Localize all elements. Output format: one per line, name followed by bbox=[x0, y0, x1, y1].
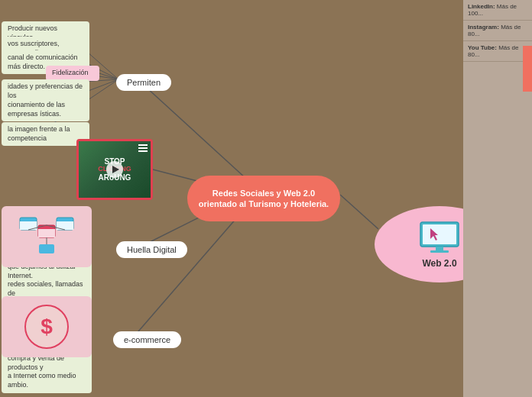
svg-rect-15 bbox=[436, 247, 443, 250]
central-node[interactable]: Redes Sociales y Web 2.0 orientado al Tu… bbox=[187, 176, 340, 221]
permiten-node[interactable]: Permiten bbox=[116, 74, 171, 91]
svg-rect-13 bbox=[423, 224, 456, 244]
svg-rect-16 bbox=[430, 250, 449, 253]
card5-text: idades y preferencias de los bbox=[8, 82, 83, 99]
computer-icon bbox=[417, 221, 462, 255]
youtube-item: You Tube: Más de 80... bbox=[463, 41, 532, 62]
ecommerce-node[interactable]: e-commerce bbox=[113, 331, 181, 348]
ecommerce-label: e-commerce bbox=[124, 335, 170, 344]
linkedin-label: LinkedIn: bbox=[468, 3, 495, 10]
right-panel: LinkedIn: Más de 100... Instagram: Más d… bbox=[463, 0, 532, 397]
permiten-label: Permiten bbox=[127, 78, 161, 87]
card7-text: la imagen frente a la competencia bbox=[8, 125, 70, 142]
svg-rect-20 bbox=[38, 229, 55, 237]
video-node[interactable]: STOP CLICKING ARoUNG bbox=[76, 139, 153, 200]
info-card-fidelizacion: Fidelización bbox=[46, 66, 99, 81]
right-panel-bar bbox=[523, 46, 532, 92]
menu-icon bbox=[138, 144, 148, 152]
computer-network-icon bbox=[16, 214, 77, 260]
svg-line-3 bbox=[134, 218, 237, 337]
svg-line-4 bbox=[340, 195, 378, 229]
ecommerce-text-card: compra y venta de productos y a Internet… bbox=[2, 351, 92, 393]
youtube-label: You Tube: bbox=[468, 44, 497, 51]
web2-label: Web 2.0 bbox=[422, 258, 456, 269]
dollar-icon: $ bbox=[16, 300, 77, 353]
play-button[interactable] bbox=[106, 161, 123, 178]
card4-text: Fidelización bbox=[52, 69, 89, 76]
svg-rect-26 bbox=[39, 244, 54, 253]
card6-text: cionamiento de las empresas ísticas. bbox=[8, 101, 65, 118]
central-node-text: Redes Sociales y Web 2.0 orientado al Tu… bbox=[199, 188, 329, 210]
ecommerce-icon-card: $ bbox=[2, 296, 92, 357]
svg-text:$: $ bbox=[41, 315, 53, 338]
ecom1-text: compra y venta de productos y a Internet… bbox=[8, 354, 76, 389]
instagram-item: Instagram: Más de 80... bbox=[463, 21, 532, 41]
huella-digital-label: Huella Digital bbox=[127, 245, 177, 254]
instagram-label: Instagram: bbox=[468, 24, 499, 31]
info-card-cionamiento: cionamiento de las empresas ísticas. bbox=[2, 98, 89, 121]
huella-icon-card bbox=[2, 206, 92, 267]
linkedin-item: LinkedIn: Más de 100... bbox=[463, 0, 532, 21]
huella-digital-node[interactable]: Huella Digital bbox=[116, 241, 187, 258]
